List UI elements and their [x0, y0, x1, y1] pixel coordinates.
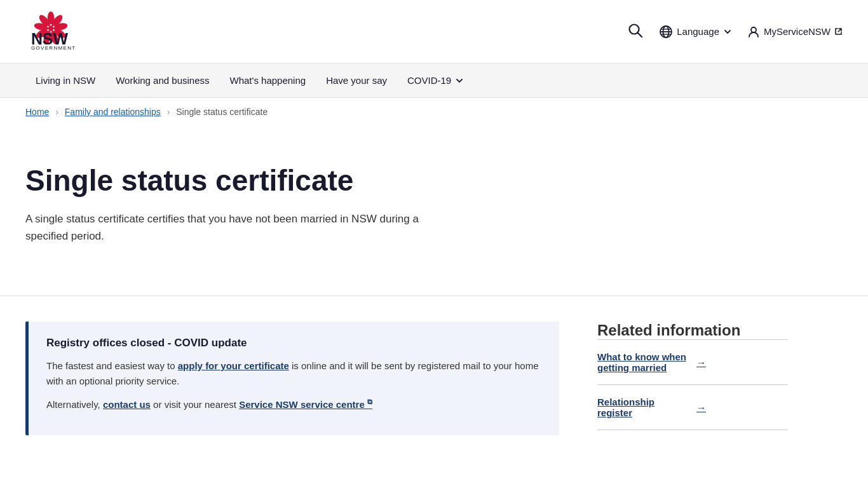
- user-icon: [747, 25, 760, 38]
- external-link-icon: [834, 27, 843, 36]
- related-item-0[interactable]: What to know when getting married →: [597, 339, 788, 384]
- site-header: NSW GOVERNMENT Language: [0, 0, 868, 64]
- svg-text:NSW: NSW: [31, 29, 69, 47]
- myservice-label: MyServiceNSW: [764, 26, 831, 37]
- external-link-icon: ⧉: [367, 398, 372, 405]
- svg-point-10: [50, 24, 52, 26]
- svg-point-25: [751, 27, 756, 32]
- language-label: Language: [677, 26, 719, 37]
- related-item-label-1: Relationship register: [597, 396, 689, 418]
- alert-box: Registry offices closed - COVID update T…: [25, 322, 559, 435]
- alert-para1-before: The fastest and easiest way to: [46, 360, 178, 371]
- globe-icon: [659, 25, 673, 39]
- alert-title: Registry offices closed - COVID update: [46, 337, 541, 349]
- content-area: Registry offices closed - COVID update T…: [0, 295, 868, 473]
- search-button[interactable]: [627, 22, 644, 41]
- nav-link-have-your-say[interactable]: Have your say: [316, 64, 397, 97]
- sidebar: Related information What to know when ge…: [597, 322, 788, 435]
- breadcrumb-sep-1: ›: [55, 107, 58, 117]
- alert-para2-before: Alternatively,: [46, 399, 103, 410]
- nav-item-have-your-say: Have your say: [316, 64, 397, 97]
- nsw-logo: NSW GOVERNMENT: [25, 9, 76, 55]
- page-description: A single status certificate certifies th…: [25, 210, 432, 245]
- chevron-down-icon: [455, 76, 464, 85]
- alert-para-1: The fastest and easiest way to apply for…: [46, 358, 541, 389]
- breadcrumb-sep-2: ›: [167, 107, 170, 117]
- main-navigation: Living in NSW Working and business What'…: [0, 64, 868, 98]
- breadcrumb-current: Single status certificate: [176, 107, 268, 117]
- nav-item-working: Working and business: [105, 64, 219, 97]
- breadcrumb-family[interactable]: Family and relationships: [65, 107, 161, 117]
- nav-link-living[interactable]: Living in NSW: [25, 64, 105, 97]
- search-icon: [627, 22, 644, 39]
- hero-section: Single status certificate A single statu…: [0, 126, 496, 295]
- main-content: Registry offices closed - COVID update T…: [25, 322, 559, 435]
- alert-para2-middle: or visit your nearest: [151, 399, 239, 410]
- nav-item-living: Living in NSW: [25, 64, 105, 97]
- nav-link-covid[interactable]: COVID-19: [397, 64, 474, 97]
- chevron-down-icon: [723, 27, 732, 36]
- nav-item-whats-happening: What's happening: [220, 64, 316, 97]
- alert-servicecentre-link[interactable]: Service NSW service centre ⧉: [239, 399, 372, 410]
- svg-point-11: [53, 25, 55, 27]
- header-actions: Language MyServiceNSW: [627, 22, 843, 41]
- page-title: Single status certificate: [25, 164, 470, 198]
- related-item-label-0: What to know when getting married: [597, 351, 689, 373]
- nav-item-covid: COVID-19: [397, 64, 474, 97]
- alert-contact-link[interactable]: contact us: [103, 399, 151, 410]
- logo-area: NSW GOVERNMENT: [25, 9, 76, 55]
- breadcrumb-home[interactable]: Home: [25, 107, 49, 117]
- svg-line-19: [638, 33, 642, 37]
- language-button[interactable]: Language: [659, 25, 732, 39]
- related-item-1[interactable]: Relationship register →: [597, 384, 788, 430]
- arrow-icon-0: →: [696, 357, 788, 368]
- arrow-icon-1: →: [696, 402, 788, 413]
- nav-list: Living in NSW Working and business What'…: [0, 64, 868, 97]
- related-heading: Related information: [597, 322, 788, 339]
- svg-text:GOVERNMENT: GOVERNMENT: [31, 45, 76, 51]
- myservice-button[interactable]: MyServiceNSW: [747, 25, 843, 38]
- breadcrumb: Home › Family and relationships › Single…: [0, 98, 868, 126]
- svg-point-15: [47, 25, 49, 27]
- nav-link-working[interactable]: Working and business: [105, 64, 219, 97]
- alert-apply-link[interactable]: apply for your certificate: [178, 360, 289, 371]
- alert-para-2: Alternatively, contact us or visit your …: [46, 396, 541, 412]
- nav-link-whats-happening[interactable]: What's happening: [220, 64, 316, 97]
